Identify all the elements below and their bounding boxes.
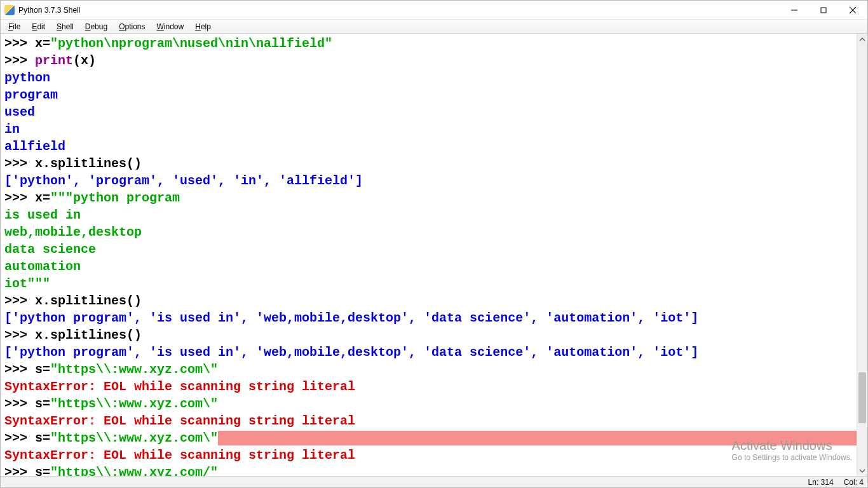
- menu-debug[interactable]: Debug: [80, 21, 112, 32]
- prompt: >>>: [4, 191, 35, 205]
- minimize-button[interactable]: [780, 1, 809, 20]
- output-line: ['python program', 'is used in', 'web,mo…: [4, 311, 698, 325]
- chevron-down-icon: [859, 468, 865, 474]
- titlebar-left: Python 3.7.3 Shell: [1, 5, 80, 15]
- window-frame: Python 3.7.3 Shell File Edit Shell Debug…: [0, 0, 868, 488]
- menu-edit[interactable]: Edit: [27, 21, 50, 32]
- error-line: SyntaxError: EOL while scanning string l…: [4, 448, 355, 463]
- prompt: >>>: [4, 294, 35, 308]
- vertical-scrollbar[interactable]: [857, 34, 867, 476]
- prompt: >>>: [4, 362, 35, 377]
- minimize-icon: [791, 7, 797, 13]
- close-icon: [850, 7, 856, 13]
- output-line: allfield: [4, 139, 65, 154]
- scrollbar-track[interactable]: [857, 44, 867, 465]
- prompt: >>>: [4, 156, 35, 171]
- error-line: SyntaxError: EOL while scanning string l…: [4, 414, 355, 428]
- titlebar[interactable]: Python 3.7.3 Shell: [1, 1, 867, 20]
- close-button[interactable]: [838, 1, 867, 20]
- status-line: Ln: 314: [808, 478, 834, 487]
- scroll-down-button[interactable]: [857, 465, 867, 476]
- scroll-up-button[interactable]: [857, 34, 867, 44]
- menu-file[interactable]: File: [3, 21, 25, 32]
- prompt: >>>: [4, 328, 35, 342]
- output-line: used: [4, 105, 35, 119]
- menu-shell[interactable]: Shell: [51, 21, 79, 32]
- output-line: python: [4, 71, 50, 85]
- output-line: program: [4, 88, 58, 102]
- shell-output[interactable]: >>> x="python\nprogram\nused\nin\nallfie…: [1, 34, 857, 476]
- prompt: >>>: [4, 465, 35, 476]
- titlebar-title: Python 3.7.3 Shell: [18, 6, 80, 15]
- output-line: in: [4, 122, 20, 137]
- prompt: >>>: [4, 36, 35, 51]
- prompt: >>>: [4, 431, 35, 445]
- menubar: File Edit Shell Debug Options Window Hel…: [1, 20, 867, 34]
- menu-window[interactable]: Window: [152, 21, 189, 32]
- prompt: >>>: [4, 396, 35, 411]
- content-wrap: >>> x="python\nprogram\nused\nin\nallfie…: [1, 34, 867, 476]
- window-controls: [780, 1, 867, 20]
- scrollbar-thumb[interactable]: [858, 372, 866, 423]
- python-icon: [4, 5, 15, 15]
- output-line: ['python', 'program', 'used', 'in', 'all…: [4, 173, 363, 188]
- menu-options[interactable]: Options: [114, 21, 150, 32]
- maximize-button[interactable]: [809, 1, 838, 20]
- selection-highlight: [218, 431, 857, 445]
- output-line: ['python program', 'is used in', 'web,mo…: [4, 345, 698, 360]
- maximize-icon: [820, 7, 827, 13]
- chevron-up-icon: [859, 36, 865, 43]
- menu-help[interactable]: Help: [190, 21, 216, 32]
- prompt: >>>: [4, 53, 35, 68]
- svg-rect-0: [821, 8, 826, 13]
- error-line: SyntaxError: EOL while scanning string l…: [4, 379, 355, 394]
- statusbar: Ln: 314 Col: 4: [1, 476, 867, 487]
- status-col: Col: 4: [844, 478, 864, 487]
